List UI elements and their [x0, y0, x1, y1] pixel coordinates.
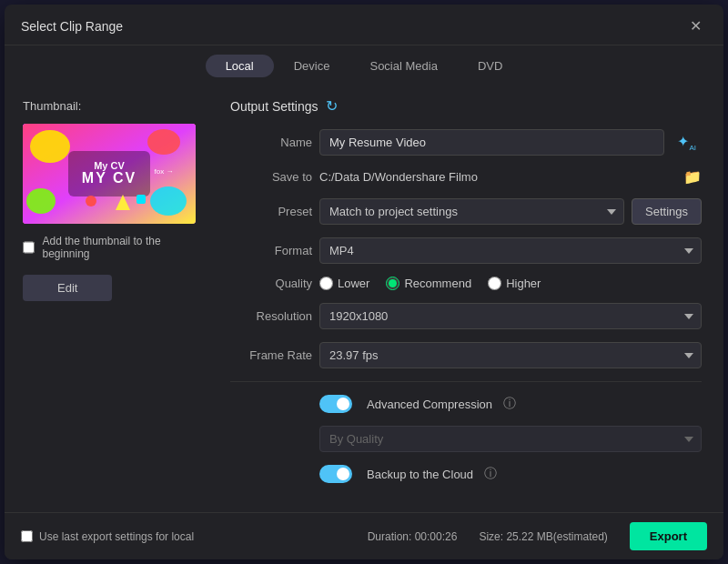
bottom-info: Duration: 00:00:26 Size: 25.22 MB(estima…: [368, 522, 707, 550]
name-input[interactable]: [319, 129, 664, 156]
by-quality-select[interactable]: By Quality: [319, 426, 702, 452]
quality-lower-label: Lower: [338, 277, 369, 290]
left-panel: Thumbnail:: [5, 85, 223, 512]
save-to-label: Save to: [230, 170, 312, 184]
quality-row: Quality Lower Recommend Higher: [230, 277, 702, 290]
quality-label: Quality: [230, 277, 312, 290]
size-info: Size: 25.22 MB(estimated): [479, 530, 607, 543]
backup-cloud-label: Backup to the Cloud: [367, 468, 473, 481]
preset-input-row: Match to project settings Settings: [319, 198, 702, 225]
add-thumbnail-checkbox[interactable]: [23, 241, 35, 254]
size-value: 25.22 MB(estimated): [506, 530, 607, 543]
use-last-settings-checkbox[interactable]: [21, 530, 33, 542]
name-label: Name: [230, 136, 312, 149]
duration-info: Duration: 00:00:26: [368, 530, 458, 543]
title-bar: Select Clip Range ✕: [5, 5, 723, 45]
format-label: Format: [230, 244, 312, 257]
add-thumbnail-row: Add the thumbnail to the beginning: [23, 235, 205, 260]
settings-button[interactable]: Settings: [632, 198, 702, 225]
edit-button[interactable]: Edit: [23, 275, 112, 301]
use-last-settings-label: Use last export settings for local: [39, 530, 194, 543]
quality-higher-radio[interactable]: [488, 277, 501, 290]
thumbnail-label: Thumbnail:: [23, 99, 81, 113]
by-quality-row: By Quality: [230, 426, 702, 452]
advanced-compression-info-icon[interactable]: ⓘ: [503, 396, 516, 412]
svg-point-5: [26, 188, 56, 214]
backup-cloud-row: Backup to the Cloud ⓘ: [230, 465, 702, 483]
quality-lower-option[interactable]: Lower: [319, 277, 369, 290]
format-row: Format MP4: [230, 237, 702, 264]
close-button[interactable]: ✕: [684, 17, 707, 35]
format-select[interactable]: MP4: [319, 237, 702, 264]
quality-recommend-option[interactable]: Recommend: [386, 277, 471, 290]
output-settings-header: Output Settings ↻: [230, 97, 702, 115]
svg-point-2: [30, 130, 70, 163]
tabs-row: Local Device Social Media DVD: [5, 45, 723, 85]
refresh-icon[interactable]: ↻: [326, 97, 338, 115]
save-to-path-row: C:/Data D/Wondershare Filmo 📁: [319, 168, 702, 186]
svg-point-9: [86, 196, 96, 206]
resolution-label: Resolution: [230, 309, 312, 323]
preset-label: Preset: [230, 205, 312, 218]
backup-cloud-info-icon[interactable]: ⓘ: [484, 466, 497, 482]
duration-value: 00:00:26: [415, 530, 458, 543]
resolution-select[interactable]: 1920x1080: [319, 303, 702, 329]
quality-options-row: Lower Recommend Higher: [319, 277, 702, 290]
frame-rate-label: Frame Rate: [230, 348, 312, 362]
advanced-compression-label: Advanced Compression: [367, 398, 492, 411]
content-area: Thumbnail:: [5, 85, 723, 512]
preset-row: Preset Match to project settings Setting…: [230, 198, 702, 225]
right-panel: Output Settings ↻ Name ✦AI Save to C:/Da…: [223, 85, 723, 512]
advanced-compression-toggle[interactable]: [319, 395, 352, 413]
svg-point-3: [147, 129, 180, 155]
output-settings-label: Output Settings: [230, 99, 318, 114]
thumbnail-image: My CV MY CV fox →: [23, 124, 196, 224]
quality-recommend-label: Recommend: [404, 277, 471, 290]
quality-lower-radio[interactable]: [319, 277, 333, 290]
preset-select[interactable]: Match to project settings: [319, 198, 624, 225]
tab-device[interactable]: Device: [274, 55, 350, 77]
export-button[interactable]: Export: [630, 522, 707, 550]
quality-higher-label: Higher: [506, 277, 541, 290]
divider-1: [230, 381, 702, 382]
quality-higher-option[interactable]: Higher: [488, 277, 541, 290]
svg-rect-11: [136, 195, 146, 204]
bottom-bar: Use last export settings for local Durat…: [5, 512, 723, 559]
tab-social-media[interactable]: Social Media: [349, 55, 457, 77]
resolution-row: Resolution 1920x1080: [230, 303, 702, 329]
svg-text:fox →: fox →: [155, 167, 174, 176]
advanced-compression-row: Advanced Compression ⓘ: [230, 395, 702, 413]
frame-rate-select[interactable]: 23.97 fps: [319, 342, 702, 368]
duration-label: Duration:: [368, 530, 412, 543]
svg-text:MY CV: MY CV: [82, 170, 136, 186]
use-last-settings-row: Use last export settings for local: [21, 530, 194, 543]
svg-point-4: [150, 186, 187, 216]
frame-rate-row: Frame Rate 23.97 fps: [230, 342, 702, 368]
backup-cloud-toggle[interactable]: [319, 465, 352, 483]
name-row: Name ✦AI: [230, 129, 702, 156]
add-thumbnail-label: Add the thumbnail to the beginning: [42, 235, 205, 260]
dialog-title: Select Clip Range: [21, 19, 123, 34]
dialog-window: Select Clip Range ✕ Local Device Social …: [5, 5, 723, 559]
ai-icon-button[interactable]: ✦AI: [672, 131, 702, 154]
size-label: Size:: [479, 530, 503, 543]
folder-icon-button[interactable]: 📁: [683, 168, 702, 186]
tab-dvd[interactable]: DVD: [458, 55, 522, 77]
quality-recommend-radio[interactable]: [386, 277, 399, 290]
save-to-row: Save to C:/Data D/Wondershare Filmo 📁: [230, 168, 702, 186]
save-to-path: C:/Data D/Wondershare Filmo: [319, 170, 678, 184]
tab-local[interactable]: Local: [206, 55, 274, 77]
